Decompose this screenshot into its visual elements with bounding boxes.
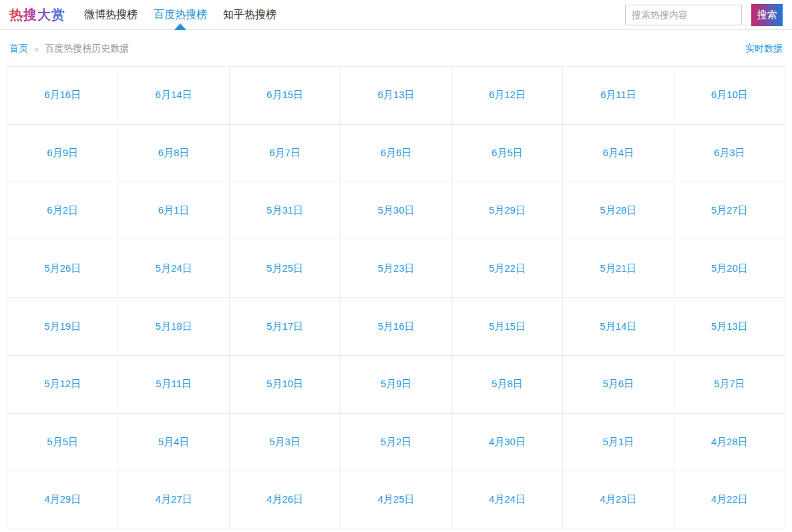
date-link[interactable]: 5月4日 <box>158 436 190 449</box>
date-link[interactable]: 5月16日 <box>377 320 414 333</box>
date-link[interactable]: 5月18日 <box>156 320 192 333</box>
date-link[interactable]: 6月2日 <box>47 204 78 217</box>
date-link[interactable]: 5月3日 <box>269 436 301 449</box>
date-link[interactable]: 4月23日 <box>600 493 636 506</box>
date-link[interactable]: 5月26日 <box>44 262 81 275</box>
date-link[interactable]: 6月14日 <box>156 89 192 101</box>
date-link[interactable]: 6月1日 <box>158 204 190 217</box>
date-link[interactable]: 5月14日 <box>600 320 636 333</box>
date-link[interactable]: 5月11日 <box>156 378 192 390</box>
search-button[interactable]: 搜索 <box>751 4 783 26</box>
date-cell: 6月4日 <box>563 125 674 183</box>
date-cell: 5月28日 <box>563 182 674 240</box>
date-cell: 6月7日 <box>230 125 341 183</box>
date-link[interactable]: 5月22日 <box>489 262 526 275</box>
zhihu-hot-tab[interactable]: 知乎热搜榜 <box>223 0 276 29</box>
site-header: 热搜大赏 微博热搜榜百度热搜榜知乎热搜榜 搜索 <box>0 0 792 30</box>
date-link[interactable]: 6月6日 <box>381 147 412 160</box>
date-link[interactable]: 5月2日 <box>381 436 412 449</box>
date-cell: 4月28日 <box>674 414 785 472</box>
weibo-hot-tab[interactable]: 微博热搜榜 <box>84 0 138 29</box>
date-cell: 4月30日 <box>452 414 563 472</box>
date-cell: 5月21日 <box>563 240 674 298</box>
date-cell: 5月25日 <box>230 240 341 298</box>
date-cell: 5月19日 <box>7 298 118 356</box>
breadcrumb: 首页 » 百度热搜榜历史数据 实时数据 <box>0 30 792 66</box>
date-link[interactable]: 5月28日 <box>600 204 636 217</box>
date-link[interactable]: 5月29日 <box>489 204 526 217</box>
search-area: 搜索 <box>625 4 783 26</box>
date-link[interactable]: 4月26日 <box>266 493 303 506</box>
date-link[interactable]: 5月8日 <box>491 378 523 390</box>
date-cell: 5月17日 <box>230 298 341 356</box>
date-cell: 5月1日 <box>563 414 674 472</box>
date-link[interactable]: 4月22日 <box>711 493 748 506</box>
date-link[interactable]: 4月30日 <box>489 436 526 449</box>
date-cell: 5月26日 <box>7 240 118 298</box>
date-cell: 6月15日 <box>230 67 341 125</box>
site-logo[interactable]: 热搜大赏 <box>9 6 65 24</box>
date-cell: 4月22日 <box>674 471 785 529</box>
breadcrumb-separator: » <box>34 44 39 54</box>
breadcrumb-home-link[interactable]: 首页 <box>9 43 28 55</box>
date-link[interactable]: 5月30日 <box>377 204 414 217</box>
date-cell: 4月23日 <box>563 471 674 529</box>
date-link[interactable]: 6月12日 <box>489 89 526 101</box>
date-link[interactable]: 4月27日 <box>156 493 192 506</box>
date-link[interactable]: 6月8日 <box>158 147 190 160</box>
date-cell: 5月2日 <box>341 414 451 472</box>
realtime-data-link[interactable]: 实时数据 <box>745 43 783 55</box>
date-cell: 5月15日 <box>452 298 563 356</box>
date-link[interactable]: 5月10日 <box>266 378 303 390</box>
date-link[interactable]: 5月27日 <box>711 204 748 217</box>
date-link[interactable]: 5月13日 <box>711 320 748 333</box>
date-link[interactable]: 5月20日 <box>711 262 748 275</box>
date-cell: 5月31日 <box>230 182 341 240</box>
date-link[interactable]: 5月23日 <box>377 262 414 275</box>
date-link[interactable]: 6月9日 <box>47 147 78 160</box>
date-link[interactable]: 6月5日 <box>491 147 523 160</box>
date-cell: 5月29日 <box>452 182 563 240</box>
date-link[interactable]: 5月5日 <box>47 436 78 449</box>
date-link[interactable]: 4月29日 <box>44 493 81 506</box>
date-cell: 4月26日 <box>230 471 341 529</box>
date-link[interactable]: 6月10日 <box>711 89 748 101</box>
date-link[interactable]: 6月3日 <box>714 147 745 160</box>
date-link[interactable]: 5月31日 <box>266 204 303 217</box>
date-link[interactable]: 4月24日 <box>489 493 526 506</box>
date-cell: 5月6日 <box>563 356 674 414</box>
date-link[interactable]: 5月12日 <box>44 378 81 390</box>
date-cell: 6月6日 <box>341 125 451 183</box>
date-cell: 5月30日 <box>341 182 451 240</box>
date-link[interactable]: 6月13日 <box>377 89 414 101</box>
date-link[interactable]: 5月24日 <box>156 262 192 275</box>
date-cell: 6月11日 <box>563 67 674 125</box>
breadcrumb-current: 百度热搜榜历史数据 <box>45 43 129 55</box>
date-link[interactable]: 6月4日 <box>603 147 634 160</box>
date-cell: 4月24日 <box>452 471 563 529</box>
main-nav: 微博热搜榜百度热搜榜知乎热搜榜 <box>76 0 625 29</box>
date-link[interactable]: 5月7日 <box>714 378 745 390</box>
active-tab-caret-icon <box>174 23 186 30</box>
date-link[interactable]: 5月6日 <box>603 378 634 390</box>
date-link[interactable]: 5月9日 <box>381 378 412 390</box>
date-link[interactable]: 6月16日 <box>44 89 81 101</box>
date-cell: 6月14日 <box>118 67 229 125</box>
date-link[interactable]: 5月21日 <box>600 262 636 275</box>
search-input[interactable] <box>625 5 742 25</box>
date-link[interactable]: 5月17日 <box>266 320 303 333</box>
baidu-hot-tab[interactable]: 百度热搜榜 <box>154 0 207 29</box>
date-link[interactable]: 5月1日 <box>603 436 634 449</box>
date-link[interactable]: 4月25日 <box>377 493 414 506</box>
date-cell: 5月24日 <box>118 240 229 298</box>
date-link[interactable]: 6月7日 <box>269 147 301 160</box>
date-link[interactable]: 6月11日 <box>600 89 636 101</box>
date-cell: 6月8日 <box>118 125 229 183</box>
date-link[interactable]: 5月19日 <box>44 320 81 333</box>
date-link[interactable]: 5月25日 <box>266 262 303 275</box>
date-link[interactable]: 4月28日 <box>711 436 748 449</box>
date-link[interactable]: 5月15日 <box>489 320 526 333</box>
date-cell: 5月5日 <box>7 414 118 472</box>
date-link[interactable]: 6月15日 <box>266 89 303 101</box>
date-cell: 5月9日 <box>341 356 451 414</box>
